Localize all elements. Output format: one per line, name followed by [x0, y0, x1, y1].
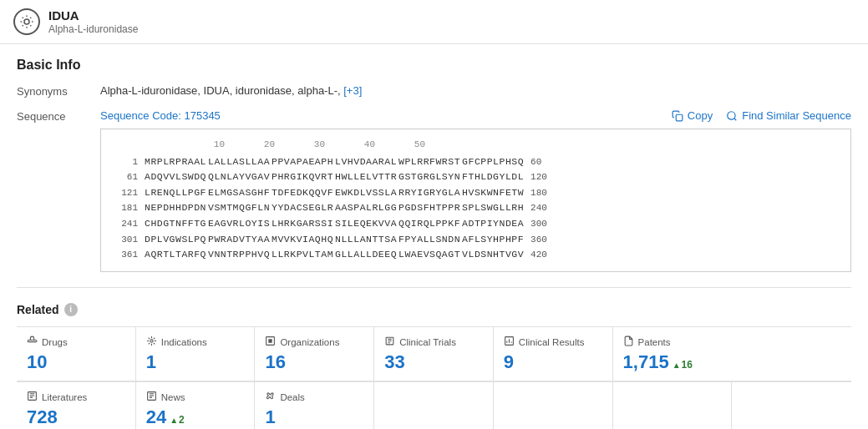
stat-item[interactable]: Indications1: [136, 327, 256, 381]
sequence-header-row: Sequence Code: 175345 Copy: [100, 109, 851, 122]
related-title: Related: [17, 303, 59, 316]
divider: [17, 287, 851, 288]
seq-seg1: MRPLRPRAAL: [145, 154, 206, 169]
seq-end-num: 300: [530, 217, 547, 232]
stat-value: 9: [504, 352, 602, 372]
seq-end-num: 240: [530, 201, 547, 216]
sequence-viewer[interactable]: 10 20 30 40 50 1 MRPLRPRAAL LALLASLLAA P…: [100, 129, 851, 272]
stat-label-text: Drugs: [42, 337, 68, 347]
svg-rect-1: [676, 114, 683, 121]
stat-label-text: Patents: [638, 337, 671, 347]
stat-value: 10: [27, 352, 125, 372]
sequence-ruler: 10 20 30 40 50: [111, 138, 840, 153]
seq-seg4: AASPALRLGG: [335, 200, 397, 215]
stat-item[interactable]: Clinical Results9: [494, 327, 613, 381]
seq-seg5: RRYIGRYGLA: [398, 185, 460, 200]
seq-end-num: 120: [530, 170, 547, 185]
header-icon: [13, 8, 40, 35]
stat-item[interactable]: Deals1: [255, 381, 374, 429]
seq-start-num: 1: [111, 155, 145, 170]
seq-start-num: 301: [111, 233, 145, 248]
stat-value: 1: [146, 352, 245, 372]
stat-label-text: News: [161, 392, 185, 402]
stat-label-row: Clinical Trials: [384, 336, 483, 349]
stat-item[interactable]: Drugs10: [17, 327, 136, 381]
synonyms-value: Alpha-L-iduronidase, IDUA, iduronidase, …: [100, 84, 851, 97]
seq-seg5: LWAEVSQAGT: [398, 247, 460, 262]
seq-end-num: 60: [530, 155, 541, 170]
stat-number: 24: [146, 407, 166, 427]
copy-icon: [672, 110, 683, 122]
main-content: Basic Info Synonyms Alpha-L-iduronidase,…: [0, 44, 868, 429]
seq-seg6: SPLSWGLLRH: [462, 200, 524, 215]
seq-seg6: FTHLDGYLDL: [462, 169, 524, 184]
stat-label-row: Deals: [265, 391, 363, 404]
stat-category-icon: [384, 336, 395, 349]
seq-end-num: 420: [530, 248, 547, 263]
seq-start-num: 241: [111, 217, 145, 232]
seq-start-num: 181: [111, 201, 145, 216]
stat-number: 1: [265, 407, 275, 427]
seq-end-num: 360: [530, 233, 547, 248]
sequence-row-item: 241 CHDGTNFFTG EAGVRLOYIS LHRKGARSSI SIL…: [111, 216, 840, 232]
stat-item[interactable]: Literatures728: [17, 381, 136, 429]
sequence-row-item: 1 MRPLRPRAAL LALLASLLAA PPVAPAEAPH LVHVD…: [111, 154, 840, 170]
header-subtitle: Alpha-L-iduronidase: [48, 23, 138, 35]
stat-item[interactable]: Clinical Trials33: [374, 327, 494, 381]
seq-seg1: DPLVGWSLPQ: [145, 232, 206, 247]
svg-point-0: [24, 19, 29, 24]
stat-label-row: Drugs: [27, 336, 125, 349]
stats-grid-row2: Literatures728News242Deals1: [17, 381, 851, 429]
seq-seg5: QQIRQLPPKF: [398, 216, 460, 231]
stat-item-empty: [613, 381, 733, 429]
stat-number: 9: [504, 352, 514, 372]
copy-label: Copy: [688, 109, 713, 122]
stat-value: 1,71516: [623, 352, 723, 372]
sequence-content: Sequence Code: 175345 Copy: [100, 109, 851, 272]
stat-number: 1: [146, 352, 156, 372]
stat-category-icon: [27, 391, 38, 404]
sequence-code-link[interactable]: Sequence Code: 175345: [100, 109, 221, 122]
seq-seg6: AFLSYHPHPF: [462, 232, 524, 247]
copy-button[interactable]: Copy: [672, 109, 713, 122]
synonyms-row: Synonyms Alpha-L-iduronidase, IDUA, idur…: [17, 84, 851, 98]
seq-seg4: EWKDLVSSLA: [335, 185, 397, 200]
stat-item[interactable]: News242: [136, 381, 256, 429]
stat-value: 1: [265, 407, 363, 427]
seq-seg3: MVVKVIAQHQ: [272, 232, 333, 247]
synonyms-text: Alpha-L-iduronidase, IDUA, iduronidase, …: [100, 84, 341, 97]
stat-item[interactable]: Patents1,71516: [613, 327, 733, 381]
seq-seg2: VNNTRPPHVQ: [208, 247, 270, 262]
seq-seg4: HWLLELVTTR: [335, 169, 397, 184]
related-info-icon[interactable]: i: [64, 303, 78, 316]
stat-label-row: Clinical Results: [504, 336, 602, 349]
stat-label-text: Deals: [280, 392, 304, 402]
seq-seg2: QLNLAYVGAV: [208, 169, 270, 184]
seq-seg1: LRENQLLPGF: [145, 185, 206, 200]
find-similar-button[interactable]: Find Similar Sequence: [726, 109, 851, 122]
sequence-row-item: 301 DPLVGWSLPQ PWRADVTYAA MVVKVIAQHQ NLL…: [111, 232, 840, 248]
stat-label-text: Clinical Trials: [399, 337, 456, 347]
stat-item[interactable]: Organizations16: [255, 327, 374, 381]
header: IDUA Alpha-L-iduronidase: [0, 0, 868, 44]
seq-seg1: CHDGTNFFTG: [145, 216, 206, 231]
stat-number: 16: [265, 352, 285, 372]
seq-start-num: 121: [111, 186, 145, 201]
synonyms-more-link[interactable]: [+3]: [343, 84, 362, 97]
seq-seg3: PHRGIKQVRT: [272, 169, 333, 184]
stat-category-icon: [504, 336, 515, 349]
seq-seg4: GLLALLDEEQ: [335, 247, 397, 262]
stat-label-text: Clinical Results: [519, 337, 585, 347]
stat-label-text: Organizations: [280, 337, 339, 347]
seq-seg3: PPVAPAEAPH: [272, 154, 333, 169]
synonyms-label: Synonyms: [17, 84, 100, 98]
seq-seg6: ADTPIYNDEA: [462, 216, 524, 231]
stat-number: 10: [27, 352, 47, 372]
sequence-row: Sequence Sequence Code: 175345 Copy: [17, 109, 851, 272]
stat-label-row: Literatures: [27, 391, 125, 404]
seq-end-num: 180: [530, 186, 547, 201]
seq-seg3: TDFEDKQQVF: [272, 185, 333, 200]
seq-seg4: SILEQEKVVA: [335, 216, 397, 231]
stat-number: 728: [27, 407, 58, 427]
seq-seg1: AQRTLTARFQ: [145, 247, 206, 262]
